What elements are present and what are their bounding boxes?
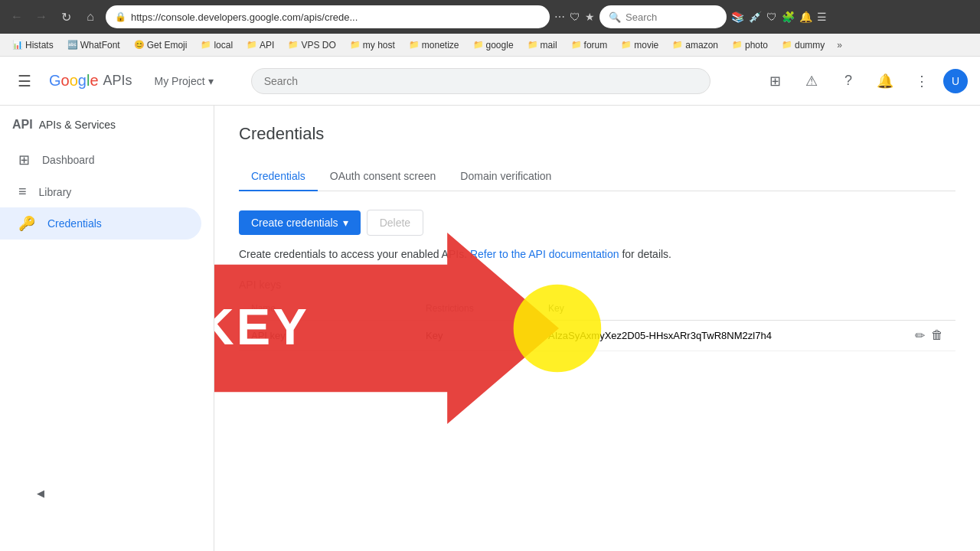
bookmark-api-icon: 📁 — [247, 40, 257, 50]
sidebar: API APIs & Services ⊞ Dashboard ≡ Librar… — [0, 106, 214, 551]
bookmark-photo-icon: 📁 — [732, 40, 743, 50]
forward-button[interactable]: → — [31, 6, 52, 28]
address-bar[interactable]: 🔒 https://console.developers.google.com/… — [106, 5, 550, 28]
nav-buttons: ← → ↻ ⌂ — [6, 6, 101, 28]
home-button[interactable]: ⌂ — [80, 6, 101, 28]
bookmark-vpsdo-icon: 📁 — [288, 40, 299, 50]
tab-oauth[interactable]: OAuth consent screen — [318, 162, 449, 191]
api-badge: API — [12, 118, 33, 132]
more-options-button[interactable]: ⋮ — [906, 66, 937, 96]
col-header-actions — [897, 303, 943, 314]
sidebar-collapse-button[interactable]: ◀ — [18, 469, 214, 517]
bookmark-shield-icon[interactable]: 🛡 — [570, 11, 580, 23]
bookmark-histats[interactable]: 📊 Histats — [6, 38, 60, 52]
alert-icon-button[interactable]: ⚠ — [796, 66, 827, 96]
apps-grid-button[interactable]: ⊞ — [760, 66, 790, 96]
table-row: API key 1 Key AIzaSyAxmyXez2D05-HHsxARr3… — [239, 321, 956, 351]
sidebar-item-credentials[interactable]: 🔑 Credentials — [0, 207, 201, 240]
apis-label: APIs — [103, 73, 132, 89]
delete-label: Delete — [380, 217, 410, 229]
header-search-box[interactable] — [251, 68, 710, 94]
bookmark-whatfont-icon: 🔤 — [67, 40, 78, 50]
logo-g2: g — [78, 72, 87, 89]
sidebar-item-library[interactable]: ≡ Library — [0, 176, 201, 207]
lock-icon: 🔒 — [115, 11, 126, 22]
bookmark-mail[interactable]: 📁 mail — [521, 38, 564, 52]
bookmark-google[interactable]: 📁 google — [467, 38, 520, 52]
create-credentials-button[interactable]: Create credentials ▾ — [239, 210, 361, 235]
api-key-restrictions: Key — [426, 330, 548, 341]
hamburger-menu[interactable]: ☰ — [12, 69, 37, 93]
api-key-name: API key 1 — [251, 330, 426, 341]
bookmarks-more-button[interactable]: » — [832, 38, 847, 52]
extensions-icon[interactable]: ⋯ — [554, 11, 565, 23]
delete-key-icon[interactable]: 🗑 — [931, 328, 943, 343]
bookmark-getemoji[interactable]: 😊 Get Emoji — [128, 38, 194, 52]
toolbar: Create credentials ▾ Delete — [239, 210, 956, 236]
bookmark-local[interactable]: 📁 local — [194, 38, 239, 52]
library-icon: ≡ — [18, 184, 27, 200]
content-area: Credentials Credentials OAuth consent sc… — [214, 106, 980, 551]
main-layout: API APIs & Services ⊞ Dashboard ≡ Librar… — [0, 106, 980, 551]
browser-right-actions: 📚 💉 🛡 🧩 🔔 ☰ — [731, 11, 827, 23]
menu-icon[interactable]: ☰ — [817, 11, 827, 23]
app-header: ☰ Google APIs My Project ▾ ⊞ ⚠ ? 🔔 ⋮ U — [0, 57, 980, 106]
library-icon[interactable]: 📚 — [731, 11, 744, 23]
browser-search-bar[interactable]: 🔍 — [599, 5, 727, 28]
bookmark-dummy[interactable]: 📁 dummy — [776, 38, 831, 52]
dashboard-icon: ⊞ — [18, 152, 30, 168]
extensions-icon2[interactable]: 🧩 — [782, 11, 795, 23]
logo-g: G — [49, 72, 61, 89]
delete-button[interactable]: Delete — [367, 210, 423, 236]
apis-services-label: APIs & Services — [39, 119, 116, 131]
edit-key-icon[interactable]: ✏ — [915, 328, 925, 343]
bookmark-getemoji-icon: 😊 — [134, 40, 145, 50]
sidebar-dashboard-label: Dashboard — [42, 154, 95, 166]
header-search-input[interactable] — [251, 68, 710, 94]
sidebar-item-dashboard[interactable]: ⊞ Dashboard — [0, 144, 201, 176]
back-button[interactable]: ← — [6, 6, 28, 28]
eyedropper-icon[interactable]: 💉 — [749, 11, 762, 23]
user-avatar[interactable]: U — [943, 69, 968, 93]
notifications-bell-button[interactable]: 🔔 — [870, 66, 900, 96]
bookmark-forum[interactable]: 📁 forum — [565, 38, 614, 52]
col-header-name: Name — [251, 303, 426, 314]
col-header-restrictions: Restrictions — [426, 303, 548, 314]
browser-chrome: ← → ↻ ⌂ 🔒 https://console.developers.goo… — [0, 0, 980, 34]
bookmark-amazon[interactable]: 📁 amazon — [666, 38, 724, 52]
bookmark-api[interactable]: 📁 API — [240, 38, 280, 52]
bookmark-myhost[interactable]: 📁 my host — [344, 38, 401, 52]
page-title: Credentials — [239, 124, 956, 144]
project-name: My Project — [155, 75, 205, 87]
star-icon[interactable]: ★ — [585, 11, 595, 23]
google-apis-logo: Google APIs — [49, 72, 132, 90]
bookmark-whatfont[interactable]: 🔤 WhatFont — [61, 38, 126, 52]
bookmark-local-icon: 📁 — [201, 40, 211, 50]
bookmark-movie-icon: 📁 — [621, 40, 632, 50]
api-docs-link[interactable]: Refer to the API documentation — [470, 248, 619, 260]
bookmark-forum-icon: 📁 — [571, 40, 582, 50]
reload-button[interactable]: ↻ — [55, 6, 77, 28]
dropdown-chevron-icon: ▾ — [208, 75, 214, 87]
help-icon-button[interactable]: ? — [833, 66, 864, 96]
bookmark-monetize[interactable]: 📁 monetize — [403, 38, 466, 52]
bookmark-photo[interactable]: 📁 photo — [726, 38, 774, 52]
notifications-icon[interactable]: 🔔 — [799, 11, 812, 23]
tab-credentials[interactable]: Credentials — [239, 162, 318, 191]
bookmark-myhost-icon: 📁 — [350, 40, 361, 50]
bookmark-monetize-icon: 📁 — [409, 40, 420, 50]
bookmark-movie[interactable]: 📁 movie — [615, 38, 665, 52]
sidebar-credentials-label: Credentials — [47, 217, 102, 230]
browser-search-input[interactable] — [626, 11, 717, 23]
bookmark-vpsdo[interactable]: 📁 VPS DO — [282, 38, 341, 52]
logo-o2: o — [70, 72, 78, 89]
tab-domain[interactable]: Domain verification — [448, 162, 564, 191]
project-selector[interactable]: My Project ▾ — [145, 70, 224, 93]
adblock-icon[interactable]: 🛡 — [766, 11, 777, 23]
address-text: https://console.developers.google.com/ap… — [131, 11, 541, 23]
create-credentials-label: Create credentials — [251, 217, 338, 229]
create-credentials-dropdown-icon: ▾ — [343, 217, 348, 229]
description-text: Create credentials to access your enable… — [239, 248, 956, 260]
bookmark-amazon-icon: 📁 — [672, 40, 683, 50]
logo-o1: o — [61, 72, 70, 89]
